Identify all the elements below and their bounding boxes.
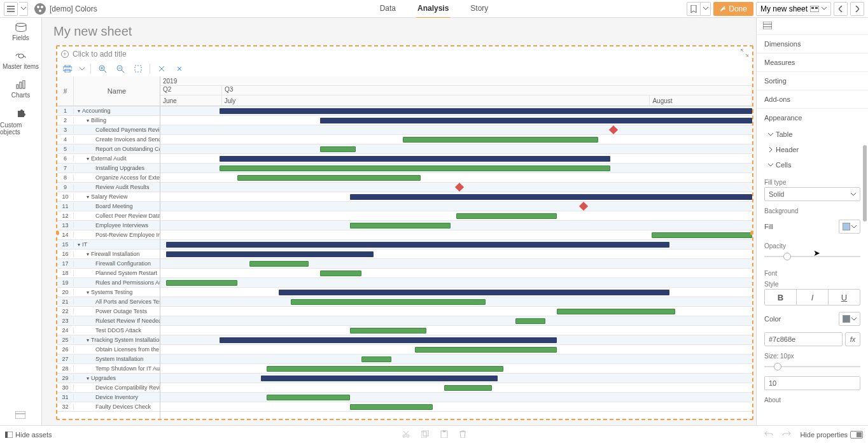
task-bar[interactable]: [444, 385, 491, 391]
print-dropdown[interactable]: [79, 62, 85, 75]
task-row[interactable]: 27System Installation: [57, 355, 160, 364]
task-row[interactable]: 16▾Firewall Installation: [57, 250, 160, 259]
task-bar[interactable]: [350, 223, 451, 229]
zoom-in-button[interactable]: [96, 62, 109, 75]
task-row[interactable]: 11Board Meeting: [57, 202, 160, 211]
add-title-placeholder[interactable]: Click to add title: [73, 50, 127, 59]
done-button[interactable]: Done: [713, 2, 753, 16]
task-row[interactable]: 30Device Compatibility Review: [57, 383, 160, 393]
delete-button[interactable]: [459, 430, 466, 439]
task-row[interactable]: 21All Ports and Services Test: [57, 297, 160, 307]
task-row[interactable]: 13Employee Interviews: [57, 221, 160, 230]
select-fill-type[interactable]: Solid: [764, 187, 860, 201]
task-row[interactable]: 29▾Upgrades: [57, 374, 160, 383]
task-row[interactable]: 22Power Outage Tests: [57, 307, 160, 316]
tab-data[interactable]: Data: [379, 0, 397, 18]
underline-button[interactable]: U: [829, 290, 860, 305]
summary-bar[interactable]: [220, 108, 752, 114]
col-name-header[interactable]: Name: [74, 76, 160, 106]
sheet-title[interactable]: My new sheet: [53, 20, 756, 45]
hamburger-menu-button[interactable]: [4, 2, 18, 16]
hamburger-dropdown[interactable]: [19, 2, 28, 16]
redo-button[interactable]: [782, 431, 791, 439]
size-slider[interactable]: [764, 362, 860, 371]
summary-bar[interactable]: [220, 337, 557, 343]
tab-analysis[interactable]: Analysis: [416, 0, 450, 18]
task-row[interactable]: 28Temp Shutdown for IT Audit: [57, 364, 160, 374]
props-scrollbar[interactable]: [863, 145, 867, 222]
task-row[interactable]: 1▾Accounting: [57, 106, 160, 116]
task-bar[interactable]: [249, 261, 309, 267]
task-row[interactable]: 10▾Salary Review: [57, 192, 160, 202]
summary-bar[interactable]: [261, 376, 498, 381]
task-row[interactable]: 8Organize Access for External Auditors: [57, 173, 160, 183]
task-row[interactable]: 4Create Invoices and Send Them: [57, 135, 160, 144]
task-row[interactable]: 12Collect Peer Review Data: [57, 211, 160, 221]
task-bar[interactable]: [220, 165, 610, 171]
task-row[interactable]: 20▾Systems Testing: [57, 288, 160, 297]
task-row[interactable]: 14Post-Review Employee Info: [57, 230, 160, 240]
copy-button[interactable]: [421, 430, 429, 439]
task-bar[interactable]: [652, 232, 752, 238]
sheet-list-icon[interactable]: [15, 410, 25, 421]
col-number-header[interactable]: #: [57, 76, 74, 106]
undo-button[interactable]: [764, 431, 773, 439]
collapse-all-button[interactable]: [173, 62, 186, 75]
opacity-slider[interactable]: [764, 252, 860, 261]
task-row[interactable]: 26Obtain Licenses from the Vendor: [57, 345, 160, 355]
task-row[interactable]: 19Rules and Permissions Audit: [57, 278, 160, 288]
task-row[interactable]: 15▾IT: [57, 240, 160, 250]
section-measures[interactable]: Measures: [757, 53, 868, 72]
bookmark-dropdown[interactable]: [701, 2, 711, 16]
zoom-out-button[interactable]: [114, 62, 127, 75]
task-bar[interactable]: [320, 146, 356, 152]
summary-bar[interactable]: [166, 242, 669, 248]
summary-bar[interactable]: [220, 156, 610, 162]
task-bar[interactable]: [267, 366, 503, 372]
milestone-marker[interactable]: [609, 125, 618, 134]
task-bar[interactable]: [361, 356, 391, 362]
task-bar[interactable]: [291, 299, 486, 305]
tab-story[interactable]: Story: [469, 0, 489, 18]
size-input[interactable]: 10: [764, 376, 860, 390]
milestone-marker[interactable]: [455, 183, 464, 192]
sheet-selector[interactable]: My new sheet: [756, 2, 831, 16]
gantt-chart-object[interactable]: + Click to add title: [56, 45, 753, 420]
task-row[interactable]: 9Review Audit Results: [57, 183, 160, 192]
sub-table[interactable]: Table: [757, 127, 868, 142]
task-row[interactable]: 2▾Billing: [57, 116, 160, 125]
task-row[interactable]: 31Device Inventory: [57, 393, 160, 402]
print-button[interactable]: [61, 62, 74, 75]
section-dimensions[interactable]: Dimensions: [757, 35, 868, 53]
section-appearance[interactable]: Appearance: [757, 109, 868, 127]
fx-button[interactable]: fx: [845, 332, 860, 346]
sub-header[interactable]: Header: [757, 142, 868, 157]
italic-button[interactable]: I: [797, 290, 829, 305]
task-row[interactable]: 17Firewall Configuration: [57, 259, 160, 269]
task-row[interactable]: 25▾Tracking System Installation: [57, 335, 160, 345]
section-addons[interactable]: Add-ons: [757, 90, 868, 109]
milestone-marker[interactable]: [579, 202, 588, 211]
bold-button[interactable]: B: [765, 290, 797, 305]
fill-color-button[interactable]: [839, 220, 860, 234]
summary-bar[interactable]: [279, 290, 669, 295]
font-color-button[interactable]: [839, 312, 860, 326]
rail-charts[interactable]: Charts: [0, 75, 41, 104]
task-row[interactable]: 3Collected Payments Review: [57, 125, 160, 135]
summary-bar[interactable]: [320, 118, 752, 123]
summary-bar[interactable]: [350, 194, 752, 200]
prev-sheet-button[interactable]: [834, 2, 848, 16]
task-row[interactable]: 18Planned System Restart: [57, 269, 160, 278]
expand-all-button[interactable]: [155, 62, 168, 75]
next-sheet-button[interactable]: [850, 2, 864, 16]
task-bar[interactable]: [237, 175, 421, 181]
task-bar[interactable]: [515, 318, 545, 324]
fit-button[interactable]: [132, 62, 144, 75]
bookmark-button[interactable]: [687, 2, 701, 16]
task-bar[interactable]: [415, 347, 557, 353]
hide-assets-button[interactable]: Hide assets: [5, 431, 52, 439]
rail-master-items[interactable]: Master items: [0, 46, 41, 75]
cut-button[interactable]: [402, 430, 410, 439]
task-bar[interactable]: [350, 404, 433, 410]
task-bar[interactable]: [166, 280, 237, 286]
